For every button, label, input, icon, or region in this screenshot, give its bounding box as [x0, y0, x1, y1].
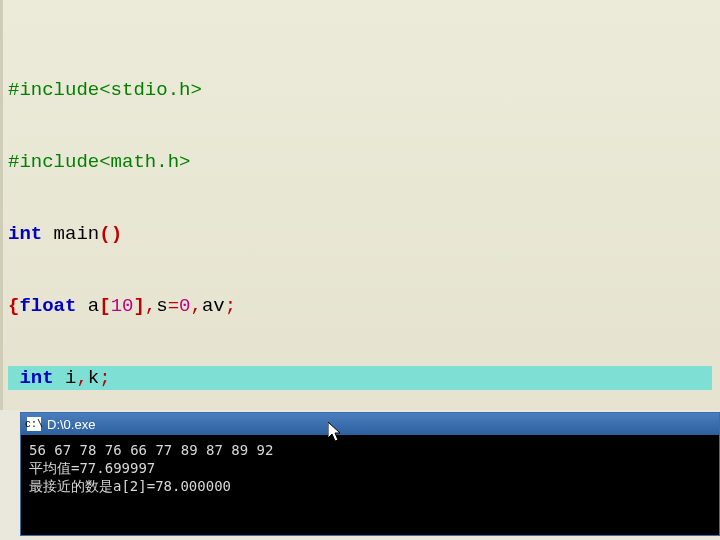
console-titlebar[interactable]: c:\ D:\0.exe — [21, 413, 719, 435]
bracket: [ — [99, 295, 110, 317]
code-line: #include<math.h> — [8, 150, 712, 174]
gutter — [0, 0, 3, 410]
console-window[interactable]: c:\ D:\0.exe 56 67 78 76 66 77 89 87 89 … — [20, 412, 720, 536]
identifier: i — [54, 367, 77, 389]
op: = — [168, 295, 179, 317]
console-line: 平均值=77.699997 — [29, 460, 155, 476]
code-editor[interactable]: #include<stdio.h> #include<math.h> int m… — [0, 0, 720, 410]
number: 10 — [111, 295, 134, 317]
console-icon: c:\ — [27, 417, 41, 431]
code-line: #include<stdio.h> — [8, 78, 712, 102]
console-line — [29, 496, 37, 512]
paren: () — [99, 223, 122, 245]
semicolon: ; — [99, 367, 110, 389]
bracket: ] — [133, 295, 144, 317]
include-header: <stdio.h> — [99, 79, 202, 101]
preproc: #include — [8, 151, 99, 173]
keyword: int — [8, 223, 42, 245]
console-output[interactable]: 56 67 78 76 66 77 89 87 89 92 平均值=77.699… — [21, 435, 719, 535]
number: 0 — [179, 295, 190, 317]
console-line: 56 67 78 76 66 77 89 87 89 92 — [29, 442, 273, 458]
keyword: int — [19, 367, 53, 389]
identifier: av — [202, 295, 225, 317]
console-title: D:\0.exe — [47, 417, 95, 432]
include-header: <math.h> — [99, 151, 190, 173]
comma: , — [145, 295, 156, 317]
console-line: 最接近的数是a[2]=78.000000 — [29, 478, 231, 494]
comma: , — [76, 367, 87, 389]
brace: { — [8, 295, 19, 317]
semicolon: ; — [225, 295, 236, 317]
identifier: s — [156, 295, 167, 317]
comma: , — [190, 295, 201, 317]
pad — [8, 367, 19, 389]
code-line: int main() — [8, 222, 712, 246]
code-line: {float a[10],s=0,av; — [8, 294, 712, 318]
preproc: #include — [8, 79, 99, 101]
keyword: float — [19, 295, 76, 317]
identifier: a — [76, 295, 99, 317]
identifier: main — [42, 223, 99, 245]
highlighted-line: int i,k; — [8, 366, 712, 390]
identifier: k — [88, 367, 99, 389]
